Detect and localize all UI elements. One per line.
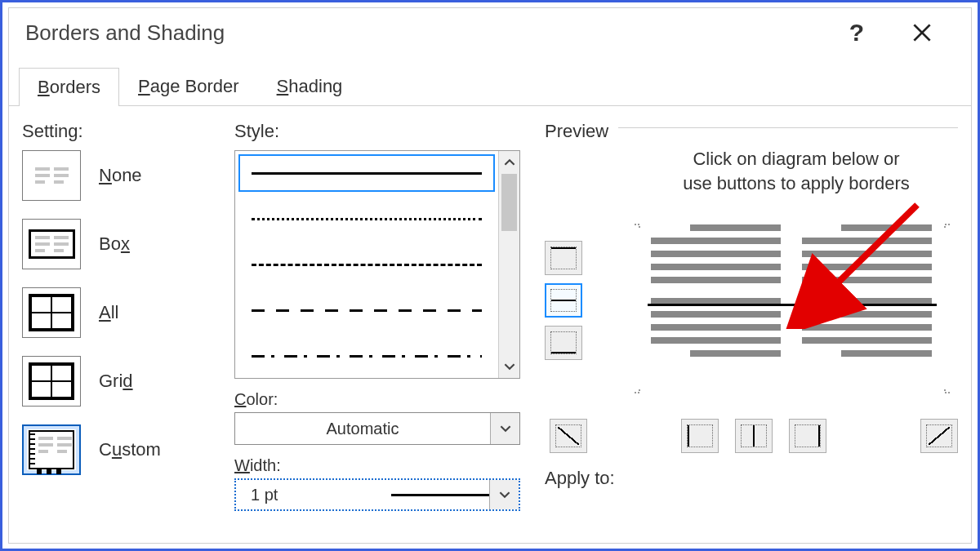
color-label: Color: <box>234 390 520 409</box>
border-top-button[interactable] <box>545 241 582 275</box>
style-option-dash-dot[interactable] <box>240 339 493 373</box>
color-dropdown[interactable]: Automatic <box>234 412 520 445</box>
apply-to-label: Apply to: <box>545 468 958 489</box>
scroll-thumb[interactable] <box>501 174 517 231</box>
chevron-down-icon <box>499 489 510 500</box>
width-label: Width: <box>234 456 520 475</box>
help-button[interactable]: ? <box>824 12 889 53</box>
width-value: 1 pt <box>236 486 381 504</box>
preview-divider <box>618 127 958 128</box>
scroll-up-button[interactable] <box>499 151 519 174</box>
style-label: Style: <box>234 121 520 142</box>
setting-all-icon <box>22 287 81 338</box>
setting-all[interactable]: All <box>22 287 210 338</box>
titlebar: Borders and Shading ? <box>9 8 971 57</box>
setting-custom[interactable]: Custom <box>22 424 210 475</box>
width-preview-line <box>391 494 489 496</box>
border-diagonal-up-icon <box>926 424 952 447</box>
border-diagonal-down-icon <box>555 424 581 447</box>
setting-grid-label: Grid <box>99 371 133 392</box>
crop-mark-icon <box>635 216 648 229</box>
crop-mark-icon <box>937 216 950 229</box>
border-vertical-inside-button[interactable] <box>735 419 773 453</box>
color-value: Automatic <box>235 420 490 438</box>
setting-none-label: None <box>99 165 142 186</box>
border-vertical-inside-icon <box>741 424 767 447</box>
setting-all-label: All <box>99 302 118 323</box>
border-diagonal-up-button[interactable] <box>920 419 958 453</box>
preview-diagram[interactable] <box>602 208 958 404</box>
setting-box-icon <box>22 219 81 269</box>
tab-borders[interactable]: Borders <box>19 68 119 106</box>
border-diagonal-down-button[interactable] <box>550 419 587 453</box>
crop-mark-icon <box>937 388 950 401</box>
border-horizontal-inside-icon <box>550 289 577 312</box>
setting-none-icon <box>22 150 81 201</box>
chevron-down-icon <box>500 423 511 434</box>
style-option-solid[interactable] <box>240 156 493 190</box>
crop-mark-icon <box>635 388 648 401</box>
border-right-icon <box>795 424 821 447</box>
preview-hint: Click on diagram below or use buttons to… <box>635 147 958 195</box>
color-dropdown-arrow[interactable] <box>490 413 519 444</box>
style-scrollbar[interactable] <box>498 151 519 378</box>
setting-none[interactable]: None <box>22 150 210 201</box>
setting-grid-icon <box>22 356 81 407</box>
border-bottom-icon <box>550 331 577 354</box>
border-left-icon <box>687 424 713 447</box>
tab-strip: Borders Page Border Shading <box>9 67 971 106</box>
dialog-content: Setting: None <box>9 106 971 543</box>
tab-shading[interactable]: Shading <box>258 67 362 105</box>
style-listbox[interactable] <box>234 150 520 379</box>
tab-page-border[interactable]: Page Border <box>119 67 258 105</box>
border-bottom-button[interactable] <box>545 326 582 360</box>
chevron-down-icon <box>504 361 515 372</box>
border-horizontal-inside-button[interactable] <box>545 283 582 318</box>
preview-label: Preview <box>545 121 608 142</box>
setting-custom-label: Custom <box>99 439 161 460</box>
width-dropdown-arrow[interactable] <box>489 480 519 509</box>
scroll-track[interactable] <box>499 174 519 355</box>
dialog-title: Borders and Shading <box>25 20 225 46</box>
close-button[interactable] <box>889 12 955 53</box>
style-option-dashed-long[interactable] <box>240 293 493 327</box>
style-option-dotted[interactable] <box>240 202 493 236</box>
border-top-icon <box>550 247 577 269</box>
setting-label: Setting: <box>22 121 210 142</box>
preview-paragraphs <box>651 224 933 388</box>
close-icon <box>913 24 931 42</box>
preview-inside-horizontal-border <box>648 304 937 306</box>
setting-box-label: Box <box>99 233 130 255</box>
setting-box[interactable]: Box <box>22 219 210 269</box>
width-dropdown[interactable]: 1 pt <box>234 478 520 511</box>
style-option-dashed-short[interactable] <box>240 247 493 282</box>
chevron-up-icon <box>504 157 515 168</box>
setting-grid[interactable]: Grid <box>22 356 210 407</box>
scroll-down-button[interactable] <box>499 355 519 378</box>
border-left-button[interactable] <box>681 419 719 453</box>
setting-custom-icon <box>22 424 81 475</box>
border-right-button[interactable] <box>789 419 826 453</box>
borders-and-shading-dialog: Borders and Shading ? Borders Page Borde… <box>8 7 972 544</box>
